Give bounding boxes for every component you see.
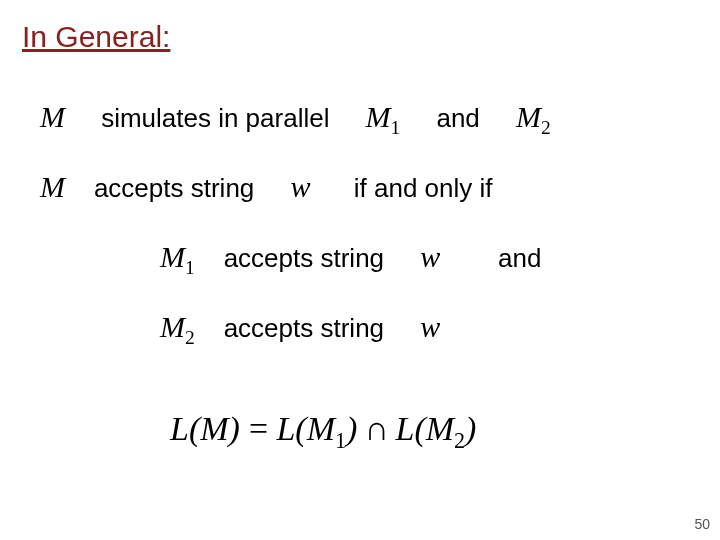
eq-right: ) [465, 410, 476, 447]
sym-w-2: w [420, 240, 440, 273]
sym-M1: M1 [366, 100, 401, 133]
sym-w-1: w [290, 170, 310, 203]
line-m2-accepts: M2 accepts string w [160, 310, 440, 349]
eq-sub1: 1 [335, 428, 346, 453]
text-and-1: and [436, 103, 479, 133]
eq-sub2: 2 [454, 428, 465, 453]
sym-M2: M2 [516, 100, 551, 133]
sym-M2-b: M2 [160, 310, 195, 343]
sym-M-b: M [40, 170, 65, 203]
sym-M2-base: M [516, 100, 541, 133]
sym-M1-sub: 1 [391, 117, 401, 138]
sym-M1-b-base: M [160, 240, 185, 273]
sym-M: M [40, 100, 65, 133]
sym-M1-b: M1 [160, 240, 195, 273]
sym-M1-base: M [366, 100, 391, 133]
sym-w-3: w [420, 310, 440, 343]
sym-M2-sub: 2 [541, 117, 551, 138]
line-simulates: M simulates in parallel M1 and M2 [40, 100, 551, 139]
slide: In General: M simulates in parallel M1 a… [0, 0, 720, 540]
eq: L(M) = L(M1) ∩ L(M2) [170, 410, 476, 447]
eq-mid: ) ∩ L(M [346, 410, 454, 447]
sym-M2-b-base: M [160, 310, 185, 343]
text-and-2: and [498, 243, 541, 273]
sym-M1-b-sub: 1 [185, 257, 195, 278]
line-accepts-iff: M accepts string w if and only if [40, 170, 493, 204]
line-m1-accepts: M1 accepts string w and [160, 240, 541, 279]
line-equation: L(M) = L(M1) ∩ L(M2) [170, 410, 476, 454]
page-number: 50 [694, 516, 710, 532]
slide-heading: In General: [22, 20, 170, 54]
text-accepts-2: accepts string [224, 243, 384, 273]
eq-left: L(M) = L(M [170, 410, 335, 447]
text-iff: if and only if [354, 173, 493, 203]
text-accepts-3: accepts string [224, 313, 384, 343]
text-accepts-1: accepts string [94, 173, 254, 203]
text-simulates: simulates in parallel [101, 103, 329, 133]
sym-M2-b-sub: 2 [185, 327, 195, 348]
